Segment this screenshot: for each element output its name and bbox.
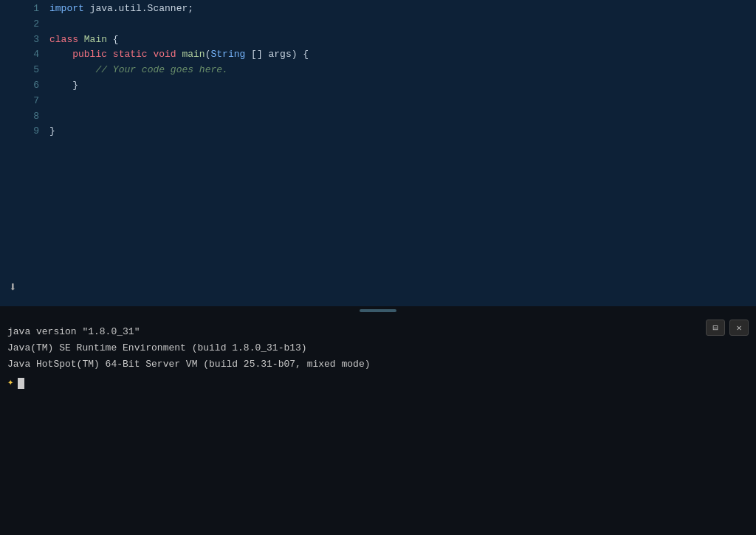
keyword-public: public [72, 49, 113, 60]
prompt-symbol: ✦ [7, 374, 13, 392]
code-line-6: } [49, 78, 756, 94]
line-num-3: 3 [29, 32, 39, 48]
line-num-6: 6 [29, 78, 39, 94]
bottom-area [0, 398, 756, 535]
import-path: java.util.Scanner; [90, 3, 193, 14]
code-line-7 [49, 94, 756, 109]
method-name-main: main [182, 49, 205, 60]
line-num-1: 1 [29, 1, 39, 17]
editor-terminal-divider [0, 306, 756, 315]
terminal-prompt: ✦ [7, 374, 749, 392]
keyword-class: class [49, 34, 84, 45]
line-num-8: 8 [29, 109, 39, 125]
line-num-2: 2 [29, 17, 39, 32]
brace-close-class: } [49, 125, 55, 137]
brace-open-1: { [107, 34, 119, 45]
code-line-1: import java.util.Scanner; [49, 1, 756, 17]
code-line-9: } [49, 124, 756, 139]
type-string: String [210, 49, 245, 60]
keyword-static: static [113, 49, 154, 60]
horizontal-scrollbar[interactable] [360, 309, 396, 312]
close-button[interactable]: ✕ [729, 320, 749, 336]
gutter-icon-area: ⬇ [0, 0, 26, 306]
brace-close-method: } [49, 80, 78, 91]
minimize-button[interactable]: ⊟ [706, 320, 725, 336]
terminal-output: java version "1.8.0_31" Java(TM) SE Runt… [7, 321, 749, 392]
line-num-4: 4 [29, 47, 39, 63]
line-num-5: 5 [29, 63, 39, 78]
terminal-pane[interactable]: ⊟ ✕ java version "1.8.0_31" Java(TM) SE … [0, 315, 756, 398]
code-area[interactable]: 1 2 3 4 5 6 7 8 9 import java.util.Scann… [26, 0, 756, 306]
comment-text: // Your code goes here. [95, 64, 227, 75]
code-content[interactable]: import java.util.Scanner; class Main { p… [47, 0, 756, 306]
line-num-9: 9 [29, 124, 39, 139]
keyword-import: import [49, 3, 90, 14]
line-num-7: 7 [29, 94, 39, 109]
keyword-void: void [153, 49, 182, 60]
terminal-line-1: java version "1.8.0_31" [7, 324, 749, 340]
download-icon[interactable]: ⬇ [9, 279, 17, 295]
terminal-line-3: Java HotSpot(TM) 64-Bit Server VM (build… [7, 356, 749, 373]
line-numbers: 1 2 3 4 5 6 7 8 9 [26, 0, 47, 306]
code-line-4: public static void main(String [] args) … [49, 47, 756, 63]
code-line-2 [49, 17, 756, 32]
terminal-line-2: Java(TM) SE Runtime Environment (build 1… [7, 340, 749, 356]
cursor [18, 378, 24, 389]
code-line-3: class Main { [49, 32, 756, 48]
class-name-main: Main [84, 34, 107, 45]
method-params: [] args) { [245, 49, 309, 60]
code-line-8 [49, 109, 756, 125]
editor-pane: ⬇ 1 2 3 4 5 6 7 8 9 import java.util.Sca… [0, 0, 756, 306]
terminal-toolbar: ⊟ ✕ [706, 320, 749, 336]
code-line-5: // Your code goes here. [49, 63, 756, 78]
